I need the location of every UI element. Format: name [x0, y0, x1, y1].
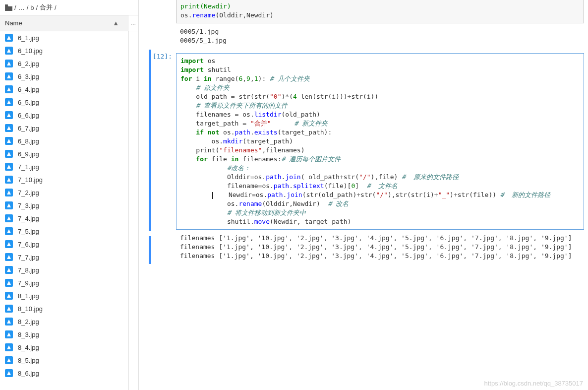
image-file-icon: [5, 111, 13, 119]
file-item[interactable]: 7_2.jpg: [0, 186, 128, 199]
file-name: 6_10.jpg: [18, 47, 43, 55]
cell-output-bar: [149, 236, 151, 264]
text-cursor: [212, 192, 213, 199]
image-file-icon: [5, 137, 13, 145]
file-item[interactable]: 6_10.jpg: [0, 44, 128, 57]
file-item[interactable]: 6_1.jpg: [0, 31, 128, 44]
breadcrumb-sep: /: [27, 4, 29, 11]
file-name: 8_5.jpg: [18, 357, 39, 364]
image-file-icon: [5, 292, 13, 300]
column-modified: [128, 31, 138, 390]
image-file-icon: [5, 60, 13, 67]
breadcrumb-folder-merge[interactable]: 合并: [40, 3, 53, 12]
file-name: 7_8.jpg: [18, 266, 39, 274]
file-item[interactable]: 6_9.jpg: [0, 147, 128, 160]
cell-active-bar: [149, 50, 151, 231]
folder-icon: [5, 4, 12, 11]
file-item[interactable]: 6_4.jpg: [0, 83, 128, 96]
file-item[interactable]: 7_7.jpg: [0, 251, 128, 263]
image-file-icon: [5, 279, 13, 287]
image-file-icon: [5, 189, 13, 196]
image-file-icon: [5, 343, 13, 351]
file-item[interactable]: 6_3.jpg: [0, 70, 128, 83]
file-item[interactable]: 7_5.jpg: [0, 225, 128, 238]
file-name: 7_9.jpg: [18, 279, 39, 287]
cell-gutter: [12]:: [139, 0, 176, 390]
image-file-icon: [5, 85, 13, 93]
image-file-icon: [5, 150, 13, 158]
file-item[interactable]: 6_2.jpg: [0, 57, 128, 70]
sort-ascending-icon: ▲: [113, 19, 119, 27]
file-item[interactable]: 8_5.jpg: [0, 354, 128, 367]
image-file-icon: [5, 330, 13, 338]
file-item[interactable]: 6_5.jpg: [0, 96, 128, 109]
breadcrumb-folder-b[interactable]: b: [30, 4, 34, 11]
image-file-icon: [5, 34, 13, 42]
image-file-icon: [5, 47, 13, 55]
file-name: 6_9.jpg: [18, 150, 39, 158]
file-name: 6_4.jpg: [18, 86, 39, 93]
file-name: 6_1.jpg: [18, 34, 39, 42]
notebook-area: [12]: print(Newdir) os.rename(Olddir,New…: [139, 0, 588, 390]
file-item[interactable]: 6_8.jpg: [0, 134, 128, 147]
file-item[interactable]: 8_4.jpg: [0, 341, 128, 354]
file-item[interactable]: 7_3.jpg: [0, 199, 128, 212]
code-cell-prev[interactable]: print(Newdir) os.rename(Olddir,Newdir): [176, 0, 584, 23]
image-file-icon: [5, 72, 13, 80]
file-name: 6_8.jpg: [18, 137, 39, 145]
breadcrumb[interactable]: / … / b / 合并 /: [0, 0, 138, 15]
breadcrumb-sep: /: [55, 4, 57, 11]
image-file-icon: [5, 369, 13, 377]
column-header-name[interactable]: Name ▲: [0, 15, 128, 31]
file-name: 7_6.jpg: [18, 241, 39, 248]
file-list[interactable]: 6_1.jpg6_10.jpg6_2.jpg6_3.jpg6_4.jpg6_5.…: [0, 31, 128, 390]
file-item[interactable]: 6_7.jpg: [0, 122, 128, 134]
image-file-icon: [5, 124, 13, 132]
image-file-icon: [5, 253, 13, 261]
file-name: 8_1.jpg: [18, 292, 39, 300]
file-name: 6_3.jpg: [18, 73, 39, 80]
file-name: 7_5.jpg: [18, 228, 39, 235]
cell-output-12: filenames ['1.jpg', '10.jpg', '2.jpg', '…: [176, 232, 584, 262]
file-name: 6_6.jpg: [18, 112, 39, 119]
file-name: 7_3.jpg: [18, 202, 39, 209]
notebook-content: print(Newdir) os.rename(Olddir,Newdir) 0…: [176, 0, 588, 390]
image-file-icon: [5, 318, 13, 325]
code-cell-12[interactable]: import os import shutil for i in range(6…: [176, 53, 584, 230]
file-name: 8_2.jpg: [18, 318, 39, 325]
column-header-label: Name: [5, 19, 22, 27]
file-item[interactable]: 7_10.jpg: [0, 173, 128, 186]
file-browser-sidebar: / … / b / 合并 / Name ▲ … 6_1.jpg6_10.jpg6…: [0, 0, 139, 390]
image-file-icon: [5, 214, 13, 222]
file-name: 6_2.jpg: [18, 60, 39, 67]
file-item[interactable]: 8_1.jpg: [0, 289, 128, 302]
file-item[interactable]: 8_6.jpg: [0, 367, 128, 380]
image-file-icon: [5, 163, 13, 171]
file-name: 8_4.jpg: [18, 344, 39, 351]
breadcrumb-dots[interactable]: …: [18, 4, 25, 11]
file-name: 8_10.jpg: [18, 305, 43, 313]
file-name: 7_1.jpg: [18, 163, 39, 171]
file-name: 7_4.jpg: [18, 215, 39, 222]
file-item[interactable]: 8_2.jpg: [0, 315, 128, 328]
file-name: 7_10.jpg: [18, 176, 43, 184]
breadcrumb-sep: /: [36, 4, 38, 11]
file-item[interactable]: 6_6.jpg: [0, 109, 128, 122]
file-item[interactable]: 8_10.jpg: [0, 302, 128, 315]
file-name: 6_7.jpg: [18, 125, 39, 132]
file-item[interactable]: 7_8.jpg: [0, 263, 128, 276]
image-file-icon: [5, 356, 13, 364]
file-item[interactable]: 7_9.jpg: [0, 276, 128, 289]
file-item[interactable]: 7_1.jpg: [0, 160, 128, 173]
image-file-icon: [5, 305, 13, 313]
watermark: https://blog.csdn.net/qq_38735017: [484, 380, 584, 387]
column-header-modified[interactable]: …: [128, 15, 138, 31]
file-item[interactable]: 7_6.jpg: [0, 238, 128, 251]
image-file-icon: [5, 240, 13, 248]
image-file-icon: [5, 201, 13, 209]
file-name: 8_3.jpg: [18, 331, 39, 338]
file-item[interactable]: 7_4.jpg: [0, 212, 128, 225]
file-name: 6_5.jpg: [18, 99, 39, 106]
image-file-icon: [5, 266, 13, 274]
file-item[interactable]: 8_3.jpg: [0, 328, 128, 341]
